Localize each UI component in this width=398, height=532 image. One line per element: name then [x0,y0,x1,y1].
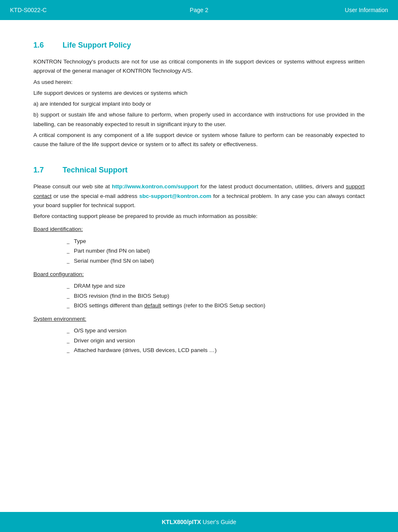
section-16-para-5: b) support or sustain life and whose fai… [33,110,365,129]
section-17-title: Technical Support [63,166,128,175]
board-config-item-3: BIOS settings different than default set… [74,301,265,311]
board-id-item-2: Part number (find PN on label) [74,246,150,256]
header-doc-id: KTD-S0022-C [10,7,136,13]
section-17: 1.7 Technical Support Please consult our… [33,166,365,355]
bullet-icon: ⎯ [67,292,70,300]
list-item: ⎯ BIOS revision (find in the BIOS Setup) [67,291,365,301]
list-item: ⎯ O/S type and version [67,326,365,336]
board-id-list: ⎯ Type ⎯ Part number (find PN on label) … [67,236,365,266]
sys-env-list: ⎯ O/S type and version ⎯ Driver origin a… [67,326,365,355]
bullet-icon: ⎯ [67,337,70,345]
list-item: ⎯ DRAM type and size [67,281,365,291]
section-17-number: 1.7 [33,166,54,175]
sys-env-label: System environment: [33,314,365,324]
list-item: ⎯ BIOS settings different than default s… [67,301,365,311]
kontron-support-link[interactable]: http://www.kontron.com/support [112,183,199,190]
section-16-para-6: A critical component is any component of… [33,131,365,149]
bullet-icon: ⎯ [67,238,70,246]
board-config-item-2: BIOS revision (find in the BIOS Setup) [74,291,169,301]
header-section-title: User Information [262,7,388,13]
sys-env-item-2: Driver origin and version [74,336,135,346]
section-16-para-4: a) are intended for surgical implant int… [33,99,365,109]
footer-suffix: User's Guide [201,519,236,525]
header-page: Page 2 [136,7,262,13]
section-16-para-3: Life support devices or systems are devi… [33,89,365,98]
footer-product: KTLX800/pITX [162,519,201,525]
board-id-item-3: Serial number (find SN on label) [74,256,154,266]
section-16-title: Life Support Policy [63,41,131,50]
bullet-icon: ⎯ [67,257,70,265]
section-17-before-contact: Before contacting support please be prep… [33,212,365,221]
footer-text: KTLX800/pITX User's Guide [162,519,237,525]
board-config-list: ⎯ DRAM type and size ⎯ BIOS revision (fi… [67,281,365,311]
section-16-heading: 1.6 Life Support Policy [33,41,365,50]
list-item: ⎯ Driver origin and version [67,336,365,346]
bullet-icon: ⎯ [67,247,70,255]
list-item: ⎯ Serial number (find SN on label) [67,256,365,266]
board-id-item-1: Type [74,236,86,246]
board-id-label: Board identification: [33,224,365,234]
page-footer: KTLX800/pITX User's Guide [0,512,398,532]
section-17-intro-para: Please consult our web site at http://ww… [33,182,365,210]
sys-env-item-1: O/S type and version [74,326,126,336]
bullet-icon: ⎯ [67,282,70,290]
bullet-icon: ⎯ [67,327,70,335]
section-16: 1.6 Life Support Policy KONTRON Technolo… [33,41,365,149]
section-16-number: 1.6 [33,41,54,50]
sys-env-item-3: Attached hardware (drives, USB devices, … [74,345,217,355]
board-config-label: Board configuration: [33,269,365,279]
board-config-item-1: DRAM type and size [74,281,125,291]
page-header: KTD-S0022-C Page 2 User Information [0,0,398,20]
list-item: ⎯ Attached hardware (drives, USB devices… [67,345,365,355]
bullet-icon: ⎯ [67,347,70,355]
list-item: ⎯ Part number (find PN on label) [67,246,365,256]
section-16-para-2: As used herein: [33,78,365,87]
bullet-icon: ⎯ [67,302,70,310]
section-16-para-1: KONTRON Technology's products are not fo… [33,57,365,76]
main-content: 1.6 Life Support Policy KONTRON Technolo… [0,20,398,512]
sbc-support-email[interactable]: sbc-support@kontron.com [139,193,212,199]
section-17-heading: 1.7 Technical Support [33,166,365,175]
list-item: ⎯ Type [67,236,365,246]
